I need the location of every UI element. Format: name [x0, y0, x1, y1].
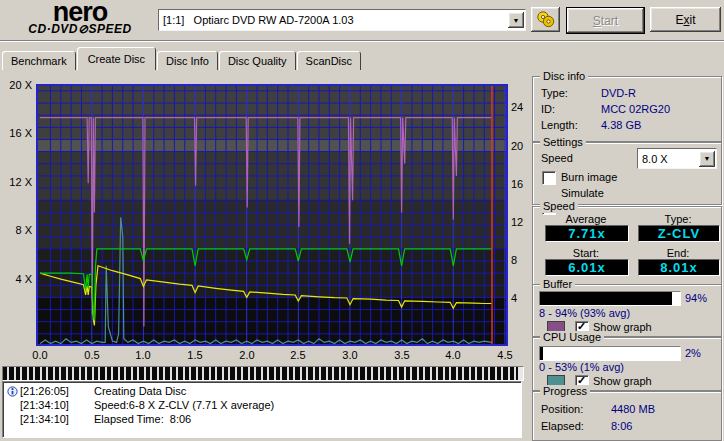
tab-disc-quality[interactable]: Disc Quality [219, 51, 296, 70]
written-data-bar-fill [3, 367, 518, 380]
group-title: Buffer [540, 278, 575, 291]
log-line: [21:34:10] Elapsed Time: 8:06 [5, 412, 521, 426]
average-label: Average [545, 213, 627, 225]
disc-info-group: Disc info Type: DVD-R ID: MCC 02RG20 Len… [532, 76, 722, 142]
discs-icon [536, 11, 556, 28]
x-axis-label: 0.0 [25, 349, 55, 361]
buffer-percent: 94% [685, 292, 707, 304]
log-message: Creating Data Disc [82, 385, 186, 397]
tab-disc-info[interactable]: Disc Info [157, 51, 218, 70]
group-title: Progress [540, 385, 590, 398]
tab-create-disc[interactable]: Create Disc [77, 47, 156, 70]
tab-benchmark[interactable]: Benchmark [2, 51, 76, 70]
x-axis-label: 0.5 [77, 349, 107, 361]
cpu-show-graph-label: Show graph [593, 375, 652, 387]
drive-select[interactable]: [1:1] Optiarc DVD RW AD-7200A 1.03 ▼ [158, 9, 526, 31]
speed-type-display: Z-CLV [638, 225, 720, 242]
speed-setting-label: Speed [541, 152, 573, 164]
cpu-progress-fill [540, 347, 543, 360]
chevron-down-icon: ▼ [704, 155, 711, 162]
average-speed-display: 7.71x [545, 225, 629, 242]
burn-image-label: Burn image [561, 171, 617, 183]
right-axis-label: 16 [511, 178, 533, 190]
log-timestamp: [21:34:10] [20, 399, 82, 411]
cpu-range-text: 0 - 53% (1% avg) [539, 361, 624, 373]
right-axis-label: 12 [511, 216, 533, 228]
nero-logo: nero CD·DVD⊘SPEED [4, 1, 156, 36]
speed-select-value: 8.0 X [638, 153, 699, 165]
disc-type-value: DVD-R [601, 87, 636, 99]
log-timestamp: [21:34:10] [20, 413, 82, 425]
disc-id-label: ID: [541, 103, 555, 115]
exit-button[interactable]: Exit [650, 7, 721, 32]
buffer-range-text: 8 - 94% (93% avg) [539, 307, 630, 319]
end-speed-display: 8.01x [638, 259, 720, 276]
written-data-bar [2, 366, 524, 381]
buffer-progress-bar [539, 291, 681, 306]
x-axis-label: 2.5 [283, 349, 313, 361]
disc-length-label: Length: [541, 119, 578, 131]
cpu-usage-group: CPU Usage 2% 0 - 53% (1% avg) Show graph [532, 337, 722, 391]
position-value: 4480 MB [611, 403, 655, 415]
status-log: [21:26:05] Creating Data Disc [21:34:10]… [2, 381, 522, 438]
x-axis-label: 4.0 [438, 349, 468, 361]
progress-group: Progress Position: 4480 MB Elapsed: 8:06 [532, 391, 722, 441]
log-message: Speed:6-8 X Z-CLV (7.71 X average) [82, 399, 274, 411]
elapsed-value: 8:06 [611, 420, 632, 432]
cd-dvd-speed-logo-text: CD·DVD⊘SPEED [4, 23, 156, 36]
start-speed-display: 6.01x [545, 259, 629, 276]
info-icon [5, 386, 20, 397]
x-axis-label: 3.5 [387, 349, 417, 361]
type-label: Type: [638, 213, 718, 225]
drive-select-value: [1:1] Optiarc DVD RW AD-7200A 1.03 [159, 14, 508, 26]
nero-logo-text: nero [4, 1, 156, 23]
disc-type-label: Type: [541, 87, 568, 99]
log-line: [21:26:05] Creating Data Disc [5, 384, 521, 398]
disc-options-button[interactable] [531, 7, 560, 32]
group-title: CPU Usage [540, 331, 604, 344]
speed-chart: 20 X 16 X 12 X 8 X 4 X 24 20 16 12 8 4 0… [0, 74, 530, 366]
speed-select[interactable]: 8.0 X ▼ [637, 148, 717, 169]
right-axis-label: 20 [511, 140, 533, 152]
x-axis-label: 4.5 [490, 349, 520, 361]
end-speed-label: End: [638, 247, 718, 259]
disc-length-value: 4.38 GB [601, 119, 641, 131]
y-axis-label: 4 X [2, 273, 32, 285]
x-axis-label: 1.5 [180, 349, 210, 361]
start-button[interactable]: Start [566, 7, 645, 34]
speed-group: Speed Average Type: 7.71x Z-CLV Start: E… [532, 206, 722, 285]
y-axis-label: 12 X [2, 176, 32, 188]
group-title: Settings [540, 136, 586, 149]
right-axis-label: 4 [511, 292, 533, 304]
plot-area [36, 84, 508, 346]
cpu-progress-bar [539, 346, 681, 361]
position-label: Position: [541, 403, 583, 415]
disc-id-value: MCC 02RG20 [601, 103, 670, 115]
drive-select-dropdown-button[interactable]: ▼ [508, 12, 524, 28]
x-axis-label: 3.0 [335, 349, 365, 361]
y-axis-label: 8 X [2, 224, 32, 236]
start-button-label: S [593, 14, 601, 28]
tab-bar: Benchmark Create Disc Disc Info Disc Qua… [2, 46, 362, 70]
start-speed-label: Start: [545, 247, 627, 259]
buffer-group: Buffer 94% 8 - 94% (93% avg) Show graph [532, 284, 722, 337]
simulate-label: Simulate [561, 187, 604, 199]
plot-canvas [36, 84, 508, 346]
log-line: [21:34:10] Speed:6-8 X Z-CLV (7.71 X ave… [5, 398, 521, 412]
settings-group: Settings Speed 8.0 X ▼ Burn image Simula… [532, 142, 722, 205]
right-axis-label: 24 [511, 101, 533, 113]
log-message: Elapsed Time: 8:06 [82, 413, 191, 425]
exit-button-label: E [675, 13, 683, 27]
buffer-progress-fill [540, 292, 672, 305]
elapsed-label: Elapsed: [541, 420, 584, 432]
group-title: Speed [540, 200, 578, 213]
speed-select-dropdown-button[interactable]: ▼ [699, 151, 715, 167]
burn-image-checkbox[interactable] [542, 171, 556, 185]
chevron-down-icon: ▼ [513, 17, 520, 24]
nero-cd-dvd-speed-window: nero CD·DVD⊘SPEED [1:1] Optiarc DVD RW A… [0, 0, 724, 441]
group-title: Disc info [540, 70, 588, 83]
y-axis-label: 20 X [2, 79, 32, 91]
tab-scandisc[interactable]: ScanDisc [297, 51, 361, 70]
y-axis-label: 16 X [2, 127, 32, 139]
right-axis-label: 8 [511, 254, 533, 266]
